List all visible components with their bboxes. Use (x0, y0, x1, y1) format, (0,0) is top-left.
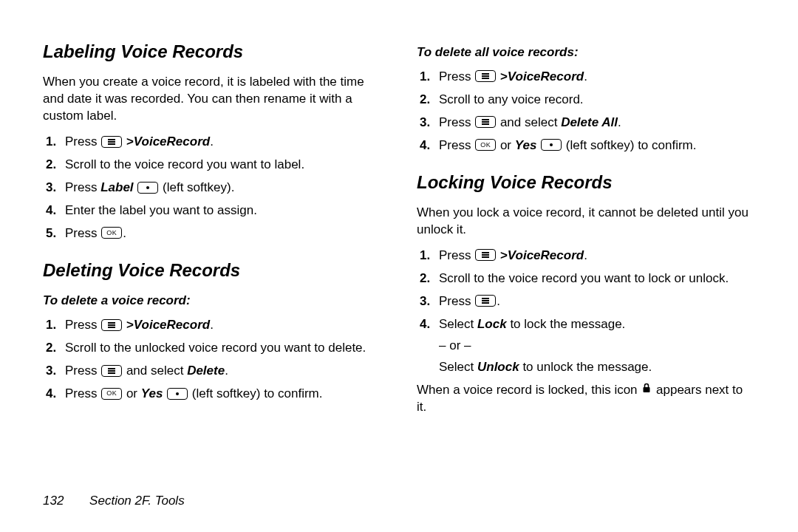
step-text: Press (439, 138, 474, 152)
unlock-alt: Select Unlock to unlock the message. (439, 359, 755, 376)
step-text: Press (439, 294, 474, 308)
step-text: Press (439, 115, 474, 129)
list-item: Scroll to the voice record you want to l… (64, 157, 381, 174)
svg-rect-0 (644, 387, 650, 392)
step-text: Delete (187, 364, 225, 378)
step-text: Select (439, 360, 477, 374)
list-item: Press >VoiceRecord. (437, 69, 755, 86)
locking-intro: When you lock a voice record, it cannot … (417, 205, 755, 239)
step-text: Lock (477, 317, 507, 331)
menu-key-icon (101, 365, 122, 377)
menu-key-icon (101, 136, 122, 148)
step-text: VoiceRecord (508, 248, 584, 262)
step-text: VoiceRecord (134, 318, 210, 332)
list-item: Scroll to the voice record you want to l… (437, 270, 755, 287)
delete-all-steps: Press >VoiceRecord. Scroll to any voice … (417, 69, 755, 154)
subheading-delete-one: To delete a voice record: (43, 293, 381, 310)
list-item: Press OK or Yes (left softkey) to confir… (437, 137, 755, 154)
step-text: . (225, 364, 228, 378)
subheading-delete-all: To delete all voice records: (417, 44, 755, 61)
step-text: Press (439, 69, 474, 83)
step-text: > (123, 318, 134, 332)
list-item: Enter the label you want to assign. (64, 202, 381, 219)
step-text: to lock the message. (507, 317, 626, 331)
step-text: (left softkey). (159, 180, 234, 194)
step-text: . (497, 294, 500, 308)
labeling-intro: When you create a voice record, it is la… (43, 74, 381, 125)
column-container: Labeling Voice Records When you create a… (43, 40, 755, 466)
locking-note: When a voice record is locked, this icon… (417, 382, 755, 416)
list-item: Scroll to any voice record. (437, 92, 755, 109)
list-item: Select Lock to lock the message. – or – … (437, 316, 755, 376)
step-text: . (584, 248, 587, 262)
step-text: Label (100, 180, 133, 194)
list-item: Press >VoiceRecord. (437, 248, 755, 265)
labeling-steps: Press >VoiceRecord. Scroll to the voice … (43, 134, 381, 242)
step-text: > (123, 134, 134, 149)
menu-key-icon (101, 319, 122, 331)
right-column: To delete all voice records: Press >Voic… (417, 40, 755, 466)
ok-key-icon: OK (101, 388, 122, 400)
heading-deleting: Deleting Voice Records (43, 259, 381, 282)
page-footer: 132 Section 2F. Tools (43, 481, 755, 510)
list-item: Press OK. (64, 225, 381, 242)
heading-locking: Locking Voice Records (417, 171, 755, 194)
step-text: Press (65, 386, 100, 400)
step-text: Press (65, 180, 100, 194)
step-text: > (497, 248, 508, 262)
locking-steps: Press >VoiceRecord. Scroll to the voice … (417, 248, 755, 376)
or-separator: – or – (439, 338, 755, 355)
list-item: Press >VoiceRecord. (64, 134, 381, 151)
step-text: and select (123, 364, 187, 378)
list-item: Press OK or Yes (left softkey) to confir… (64, 386, 381, 403)
menu-key-icon (475, 116, 496, 128)
menu-key-icon (475, 70, 496, 82)
left-column: Labeling Voice Records When you create a… (43, 40, 381, 466)
step-text: Yes (141, 386, 163, 400)
step-text: . (123, 226, 126, 240)
step-text: and select (497, 115, 561, 129)
step-text: . (618, 115, 621, 129)
page-number: 132 (43, 494, 64, 508)
step-text: Unlock (477, 360, 519, 374)
softkey-icon (167, 388, 188, 400)
step-text: . (584, 69, 587, 83)
lock-icon (642, 381, 651, 398)
step-text: VoiceRecord (508, 69, 584, 83)
list-item: Press and select Delete. (64, 363, 381, 380)
step-text: or (123, 386, 141, 400)
softkey-icon (541, 139, 562, 151)
step-text: Press (65, 226, 100, 240)
list-item: Press >VoiceRecord. (64, 317, 381, 334)
step-text: Press (65, 134, 100, 149)
note-text: When a voice record is locked, this icon (417, 383, 641, 397)
step-text: to unlock the message. (519, 360, 652, 374)
list-item: Press and select Delete All. (437, 115, 755, 132)
step-text: Yes (515, 138, 537, 152)
step-text: > (497, 69, 508, 83)
step-text: Press (439, 248, 474, 262)
delete-one-steps: Press >VoiceRecord. Scroll to the unlock… (43, 317, 381, 403)
heading-labeling: Labeling Voice Records (43, 40, 381, 64)
ok-key-icon: OK (101, 227, 122, 239)
step-text: VoiceRecord (134, 134, 210, 149)
manual-page: Labeling Voice Records When you create a… (0, 0, 798, 532)
step-text: . (210, 318, 214, 332)
list-item: Press Label (left softkey). (64, 180, 381, 197)
step-text: (left softkey) to confirm. (562, 138, 696, 152)
step-text: Press (65, 318, 100, 332)
step-text: Press (65, 364, 100, 378)
list-item: Press . (437, 293, 755, 310)
step-text: Select (439, 317, 477, 331)
list-item: Scroll to the unlocked voice record you … (64, 340, 381, 357)
menu-key-icon (475, 295, 496, 307)
softkey-icon (137, 182, 158, 194)
step-text: or (497, 138, 515, 152)
step-text: (left softkey) to confirm. (188, 386, 322, 400)
ok-key-icon: OK (475, 139, 496, 151)
menu-key-icon (475, 249, 496, 261)
step-text: Delete All (561, 115, 618, 129)
step-text: . (210, 134, 214, 149)
section-label: Section 2F. Tools (89, 494, 185, 508)
